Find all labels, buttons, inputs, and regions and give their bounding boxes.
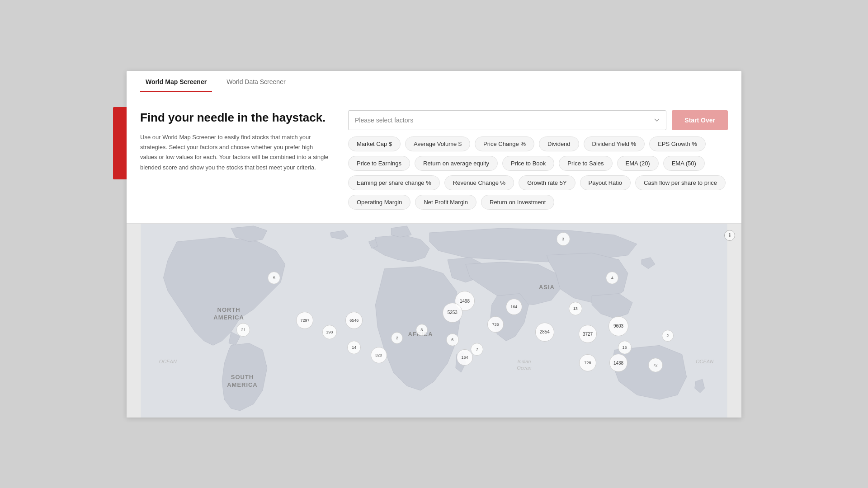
factor-tag-payout-ratio[interactable]: Payout Ratio [580,175,631,190]
tab-world-data-screener[interactable]: World Data Screener [221,71,291,92]
factor-tag-price-to-book[interactable]: Price to Book [502,156,554,171]
main-container: World Map Screener World Data Screener F… [127,71,741,418]
factor-tag-ema--20-[interactable]: EMA (20) [617,156,659,171]
svg-text:AFRICA: AFRICA [408,331,433,338]
factor-tag-price-to-sales[interactable]: Price to Sales [559,156,612,171]
map-container: ℹ [127,223,741,418]
factor-tag-average-volume--[interactable]: Average Volume $ [405,136,470,151]
svg-text:SOUTH: SOUTH [231,374,254,380]
factor-tag-return-on-investment[interactable]: Return on Investment [481,195,554,210]
factor-tag-price-change--[interactable]: Price Change % [475,136,534,151]
description-panel: Find your needle in the haystack. Use ou… [140,110,330,210]
tab-world-map-screener[interactable]: World Map Screener [140,71,212,92]
factor-tag-operating-margin[interactable]: Operating Margin [348,195,410,210]
factor-tag-return-on-average-equity[interactable]: Return on average equity [415,156,498,171]
factor-tag-price-to-earnings[interactable]: Price to Earnings [348,156,410,171]
world-map-svg: NORTH AMERICA ASIA AFRICA SOUTH AMERICA … [127,224,741,418]
start-over-button[interactable]: Start Over [672,110,728,130]
svg-text:Ocean: Ocean [517,365,531,371]
svg-text:OCEAN: OCEAN [696,359,713,364]
svg-text:NORTH: NORTH [217,306,241,313]
svg-text:ASIA: ASIA [539,283,555,290]
select-row: Please select factors Start Over [348,110,728,130]
factor-tag-growth-rate-5y[interactable]: Growth rate 5Y [519,175,575,190]
controls-panel: Please select factors Start Over Market … [348,110,728,210]
svg-text:AMERICA: AMERICA [213,314,244,320]
description-text: Use our World Map Screener to easily fin… [140,132,330,172]
svg-text:AMERICA: AMERICA [227,381,257,388]
svg-text:OCEAN: OCEAN [159,359,177,364]
content-area: Find your needle in the haystack. Use ou… [127,92,741,223]
factor-tag-eps-growth--[interactable]: EPS Growth % [649,136,706,151]
factors-grid: Market Cap $Average Volume $Price Change… [348,136,728,210]
factor-tag-dividend[interactable]: Dividend [539,136,579,151]
factor-tag-revenue-change--[interactable]: Revenue Change % [444,175,514,190]
factors-select[interactable]: Please select factors [348,110,666,130]
info-icon[interactable]: ℹ [724,230,735,241]
tabs-bar: World Map Screener World Data Screener [127,71,741,92]
headline: Find your needle in the haystack. [140,110,330,126]
red-accent-bar [113,107,127,179]
factor-tag-ema--50-[interactable]: EMA (50) [663,156,705,171]
svg-text:Indian: Indian [518,359,531,364]
factor-tag-cash-flow-per-share-to-price[interactable]: Cash flow per share to price [635,175,726,190]
factor-tag-earning-per-share-change--[interactable]: Earning per share change % [348,175,440,190]
factor-tag-market-cap--[interactable]: Market Cap $ [348,136,401,151]
factor-tag-net-profit-margin[interactable]: Net Profit Margin [415,195,476,210]
factor-tag-dividend-yield--[interactable]: Dividend Yield % [584,136,645,151]
